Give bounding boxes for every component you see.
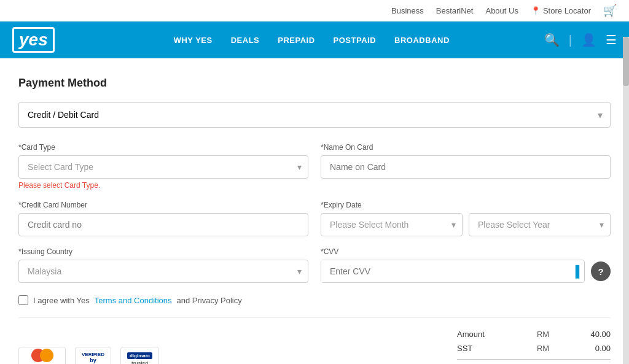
card-type-name-row: *Card Type Select Card Type ▾ Please sel… (18, 143, 611, 190)
terms-pre-text: I agree with Yes (33, 296, 90, 305)
trusted-label: trusted (131, 360, 148, 364)
terms-checkbox[interactable] (18, 295, 28, 305)
amount-row: Amount RM 40.00 (457, 327, 611, 341)
cvv-help-button[interactable]: ? (591, 261, 611, 281)
menu-icon[interactable]: ☰ (606, 33, 617, 47)
card-type-error: Please select Card Type. (18, 181, 308, 190)
card-type-input-wrap[interactable]: Select Card Type ▾ (18, 155, 308, 179)
name-on-card-input-wrap[interactable] (321, 155, 611, 179)
nav-prepaid[interactable]: PREPAID (278, 36, 314, 45)
account-icon[interactable]: 👤 (581, 33, 596, 47)
payment-method-arrow-icon: ▾ (590, 109, 610, 121)
amount-label: Amount (457, 330, 506, 339)
card-type-label: *Card Type (18, 143, 308, 152)
nav-deals[interactable]: DEALS (231, 36, 260, 45)
name-on-card-label: *Name On Card (321, 143, 611, 152)
util-business-link[interactable]: Business (391, 6, 424, 15)
sst-label: SST (457, 344, 506, 353)
nav-broadband[interactable]: BROADBAND (394, 36, 450, 45)
terms-checkbox-row: I agree with Yes Terms and Conditions an… (18, 295, 611, 305)
card-type-group: *Card Type Select Card Type ▾ Please sel… (18, 143, 308, 190)
digimarc-label: digimarc (127, 352, 152, 359)
expiry-month-wrap[interactable]: Please Select Month ▾ (321, 213, 463, 236)
expiry-date-selects: Please Select Month ▾ Please Select Year… (321, 213, 611, 236)
expiry-month-arrow-icon: ▾ (445, 220, 462, 230)
utility-bar: Business BestariNet About Us 📍 Store Loc… (0, 0, 629, 21)
issuing-country-label: *Issuing Country (18, 247, 308, 256)
cvv-input-wrap[interactable]: ▐ (321, 260, 585, 283)
divider (18, 317, 611, 318)
cart-icon[interactable]: 🛒 (603, 4, 617, 17)
credit-card-number-group: *Credit Card Number (18, 201, 308, 236)
issuing-country-select[interactable]: Malaysia (19, 260, 291, 282)
digimarc-badge: digimarc trusted SECURE (120, 347, 159, 364)
util-bestarinet-link[interactable]: BestariNet (436, 6, 474, 15)
verified-text: VERIFIED (82, 352, 104, 357)
ccnum-expiry-row: *Credit Card Number *Expiry Date Please … (18, 201, 611, 236)
nav-postpaid[interactable]: POSTPAID (334, 36, 377, 45)
issuing-country-input-wrap[interactable]: Malaysia ▾ (18, 260, 308, 283)
expiry-date-label: *Expiry Date (321, 201, 611, 209)
nav-divider: | (569, 33, 572, 47)
name-on-card-input[interactable] (321, 156, 610, 178)
amount-value: 40.00 (580, 330, 611, 339)
sst-value: 0.00 (580, 344, 611, 353)
bottom-area: MasterCard.SecureCode. VERIFIED by VISA … (18, 327, 611, 364)
content-area: Payment Method Credit / Debit Card ▾ *Ca… (0, 58, 629, 364)
mc-yellow-circle (40, 349, 53, 362)
summary-divider (457, 359, 611, 360)
cvv-field-wrap: ▐ ? (321, 260, 611, 283)
nav-icons: 🔍 | 👤 ☰ (544, 33, 617, 47)
cvv-bar-icon: ▐ (566, 265, 584, 278)
expiry-year-select[interactable]: Please Select Year (469, 214, 593, 236)
store-locator-link[interactable]: 📍 Store Locator (531, 6, 591, 15)
country-cvv-row: *Issuing Country Malaysia ▾ *CVV ▐ ? (18, 247, 611, 283)
scrollbar-thumb[interactable] (623, 37, 629, 86)
credit-card-number-label: *Credit Card Number (18, 201, 308, 209)
page-title: Payment Method (18, 77, 611, 90)
search-icon[interactable]: 🔍 (544, 33, 560, 47)
by-text: by (90, 357, 96, 363)
expiry-date-group: *Expiry Date Please Select Month ▾ Pleas… (321, 201, 611, 236)
scrollbar-track[interactable] (623, 37, 629, 364)
expiry-year-wrap[interactable]: Please Select Year ▾ (469, 213, 611, 236)
map-pin-icon: 📍 (531, 6, 541, 15)
expiry-year-arrow-icon: ▾ (593, 220, 610, 230)
sst-currency: RM (537, 344, 549, 353)
util-about-link[interactable]: About Us (485, 6, 518, 15)
nav-links: WHY YES DEALS PREPAID POSTPAID BROADBAND (79, 36, 544, 45)
card-type-arrow-icon: ▾ (291, 162, 308, 172)
main-nav: yes WHY YES DEALS PREPAID POSTPAID BROAD… (0, 21, 629, 58)
payment-method-select[interactable]: Credit / Debit Card (19, 103, 590, 127)
trust-badges: MasterCard.SecureCode. VERIFIED by VISA … (18, 347, 159, 364)
verified-by-visa-badge: VERIFIED by VISA (75, 347, 111, 364)
card-type-select[interactable]: Select Card Type (19, 156, 291, 178)
name-on-card-group: *Name On Card (321, 143, 611, 190)
summary-table: Amount RM 40.00 SST RM 0.00 Grand Total … (457, 327, 611, 364)
cvv-group: *CVV ▐ ? (321, 247, 611, 283)
credit-card-number-input[interactable] (19, 214, 308, 236)
site-logo[interactable]: yes (12, 27, 55, 53)
nav-why-yes[interactable]: WHY YES (174, 36, 213, 45)
expiry-month-select[interactable]: Please Select Month (321, 214, 445, 236)
payment-method-select-wrap[interactable]: Credit / Debit Card ▾ (18, 102, 611, 128)
sst-row: SST RM 0.00 (457, 341, 611, 355)
cvv-input[interactable] (321, 260, 566, 282)
amount-currency: RM (537, 330, 549, 339)
terms-link[interactable]: Terms and Conditions (95, 296, 172, 305)
cvv-label: *CVV (321, 247, 611, 256)
mastercard-badge: MasterCard.SecureCode. (18, 347, 66, 364)
issuing-country-arrow-icon: ▾ (291, 266, 308, 276)
issuing-country-group: *Issuing Country Malaysia ▾ (18, 247, 308, 283)
terms-post-text: and Privacy Policy (177, 296, 242, 305)
credit-card-number-input-wrap[interactable] (18, 213, 308, 236)
mastercard-circles (31, 349, 53, 362)
